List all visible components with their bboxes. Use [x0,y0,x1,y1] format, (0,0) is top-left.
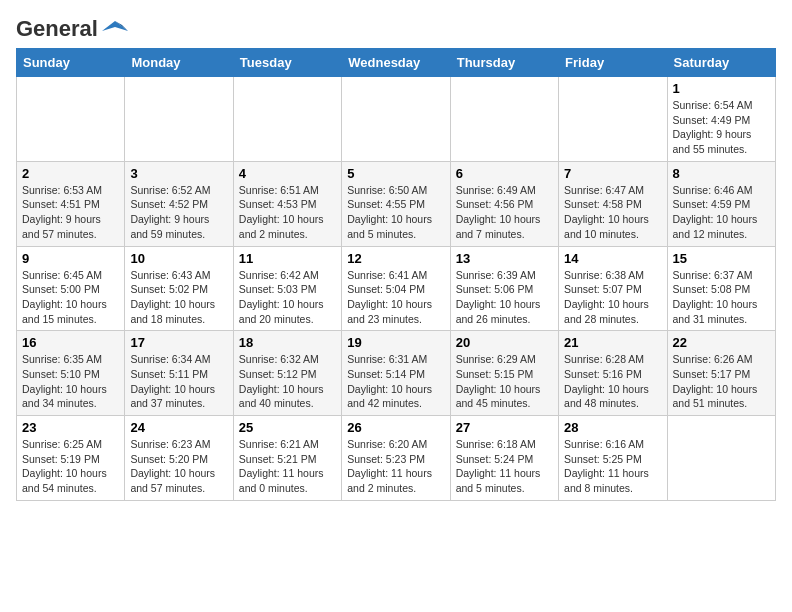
day-number: 7 [564,166,661,181]
day-number: 28 [564,420,661,435]
day-number: 2 [22,166,119,181]
page-header: General [16,16,776,38]
day-info: Sunrise: 6:20 AM Sunset: 5:23 PM Dayligh… [347,437,444,496]
day-number: 14 [564,251,661,266]
day-info: Sunrise: 6:49 AM Sunset: 4:56 PM Dayligh… [456,183,553,242]
day-number: 9 [22,251,119,266]
day-number: 19 [347,335,444,350]
calendar-cell: 27Sunrise: 6:18 AM Sunset: 5:24 PM Dayli… [450,416,558,501]
day-number: 27 [456,420,553,435]
day-info: Sunrise: 6:41 AM Sunset: 5:04 PM Dayligh… [347,268,444,327]
calendar-week-3: 9Sunrise: 6:45 AM Sunset: 5:00 PM Daylig… [17,246,776,331]
logo-bird-icon [100,17,130,37]
day-info: Sunrise: 6:42 AM Sunset: 5:03 PM Dayligh… [239,268,336,327]
calendar-cell: 8Sunrise: 6:46 AM Sunset: 4:59 PM Daylig… [667,161,775,246]
day-info: Sunrise: 6:52 AM Sunset: 4:52 PM Dayligh… [130,183,227,242]
calendar-header-row: SundayMondayTuesdayWednesdayThursdayFrid… [17,49,776,77]
day-info: Sunrise: 6:25 AM Sunset: 5:19 PM Dayligh… [22,437,119,496]
calendar-cell: 16Sunrise: 6:35 AM Sunset: 5:10 PM Dayli… [17,331,125,416]
calendar-header-wednesday: Wednesday [342,49,450,77]
calendar-cell: 5Sunrise: 6:50 AM Sunset: 4:55 PM Daylig… [342,161,450,246]
day-number: 26 [347,420,444,435]
day-info: Sunrise: 6:51 AM Sunset: 4:53 PM Dayligh… [239,183,336,242]
day-info: Sunrise: 6:34 AM Sunset: 5:11 PM Dayligh… [130,352,227,411]
day-info: Sunrise: 6:16 AM Sunset: 5:25 PM Dayligh… [564,437,661,496]
calendar-cell: 21Sunrise: 6:28 AM Sunset: 5:16 PM Dayli… [559,331,667,416]
calendar-cell [125,77,233,162]
day-number: 12 [347,251,444,266]
day-info: Sunrise: 6:37 AM Sunset: 5:08 PM Dayligh… [673,268,770,327]
day-info: Sunrise: 6:45 AM Sunset: 5:00 PM Dayligh… [22,268,119,327]
calendar-header-thursday: Thursday [450,49,558,77]
calendar-cell: 2Sunrise: 6:53 AM Sunset: 4:51 PM Daylig… [17,161,125,246]
day-number: 6 [456,166,553,181]
calendar-cell [667,416,775,501]
day-info: Sunrise: 6:32 AM Sunset: 5:12 PM Dayligh… [239,352,336,411]
calendar-cell: 28Sunrise: 6:16 AM Sunset: 5:25 PM Dayli… [559,416,667,501]
day-number: 24 [130,420,227,435]
calendar-cell: 7Sunrise: 6:47 AM Sunset: 4:58 PM Daylig… [559,161,667,246]
calendar-week-4: 16Sunrise: 6:35 AM Sunset: 5:10 PM Dayli… [17,331,776,416]
day-number: 16 [22,335,119,350]
day-number: 13 [456,251,553,266]
logo-general: General [16,16,98,42]
calendar-cell: 15Sunrise: 6:37 AM Sunset: 5:08 PM Dayli… [667,246,775,331]
day-info: Sunrise: 6:50 AM Sunset: 4:55 PM Dayligh… [347,183,444,242]
calendar-cell [559,77,667,162]
calendar-cell: 12Sunrise: 6:41 AM Sunset: 5:04 PM Dayli… [342,246,450,331]
day-number: 22 [673,335,770,350]
day-number: 3 [130,166,227,181]
day-info: Sunrise: 6:43 AM Sunset: 5:02 PM Dayligh… [130,268,227,327]
day-info: Sunrise: 6:26 AM Sunset: 5:17 PM Dayligh… [673,352,770,411]
calendar-cell: 25Sunrise: 6:21 AM Sunset: 5:21 PM Dayli… [233,416,341,501]
calendar-cell: 10Sunrise: 6:43 AM Sunset: 5:02 PM Dayli… [125,246,233,331]
day-number: 4 [239,166,336,181]
calendar-cell: 24Sunrise: 6:23 AM Sunset: 5:20 PM Dayli… [125,416,233,501]
calendar-cell: 6Sunrise: 6:49 AM Sunset: 4:56 PM Daylig… [450,161,558,246]
calendar-cell: 3Sunrise: 6:52 AM Sunset: 4:52 PM Daylig… [125,161,233,246]
day-info: Sunrise: 6:38 AM Sunset: 5:07 PM Dayligh… [564,268,661,327]
day-info: Sunrise: 6:47 AM Sunset: 4:58 PM Dayligh… [564,183,661,242]
day-info: Sunrise: 6:46 AM Sunset: 4:59 PM Dayligh… [673,183,770,242]
day-number: 8 [673,166,770,181]
day-number: 25 [239,420,336,435]
calendar-week-2: 2Sunrise: 6:53 AM Sunset: 4:51 PM Daylig… [17,161,776,246]
calendar-cell: 4Sunrise: 6:51 AM Sunset: 4:53 PM Daylig… [233,161,341,246]
logo: General [16,16,130,38]
day-number: 11 [239,251,336,266]
day-info: Sunrise: 6:31 AM Sunset: 5:14 PM Dayligh… [347,352,444,411]
day-number: 23 [22,420,119,435]
calendar-header-sunday: Sunday [17,49,125,77]
day-number: 15 [673,251,770,266]
day-number: 10 [130,251,227,266]
calendar-cell: 17Sunrise: 6:34 AM Sunset: 5:11 PM Dayli… [125,331,233,416]
calendar-week-1: 1Sunrise: 6:54 AM Sunset: 4:49 PM Daylig… [17,77,776,162]
day-info: Sunrise: 6:35 AM Sunset: 5:10 PM Dayligh… [22,352,119,411]
calendar-cell [233,77,341,162]
day-info: Sunrise: 6:28 AM Sunset: 5:16 PM Dayligh… [564,352,661,411]
calendar-header-saturday: Saturday [667,49,775,77]
day-number: 17 [130,335,227,350]
calendar-cell: 9Sunrise: 6:45 AM Sunset: 5:00 PM Daylig… [17,246,125,331]
calendar-cell: 20Sunrise: 6:29 AM Sunset: 5:15 PM Dayli… [450,331,558,416]
calendar-cell: 26Sunrise: 6:20 AM Sunset: 5:23 PM Dayli… [342,416,450,501]
calendar-cell: 19Sunrise: 6:31 AM Sunset: 5:14 PM Dayli… [342,331,450,416]
calendar-cell: 1Sunrise: 6:54 AM Sunset: 4:49 PM Daylig… [667,77,775,162]
day-info: Sunrise: 6:39 AM Sunset: 5:06 PM Dayligh… [456,268,553,327]
calendar-cell: 13Sunrise: 6:39 AM Sunset: 5:06 PM Dayli… [450,246,558,331]
calendar-cell: 14Sunrise: 6:38 AM Sunset: 5:07 PM Dayli… [559,246,667,331]
calendar-week-5: 23Sunrise: 6:25 AM Sunset: 5:19 PM Dayli… [17,416,776,501]
calendar-cell: 23Sunrise: 6:25 AM Sunset: 5:19 PM Dayli… [17,416,125,501]
calendar-cell [17,77,125,162]
calendar-cell: 22Sunrise: 6:26 AM Sunset: 5:17 PM Dayli… [667,331,775,416]
calendar-cell [450,77,558,162]
day-number: 18 [239,335,336,350]
day-info: Sunrise: 6:23 AM Sunset: 5:20 PM Dayligh… [130,437,227,496]
day-info: Sunrise: 6:54 AM Sunset: 4:49 PM Dayligh… [673,98,770,157]
calendar-cell: 11Sunrise: 6:42 AM Sunset: 5:03 PM Dayli… [233,246,341,331]
day-info: Sunrise: 6:21 AM Sunset: 5:21 PM Dayligh… [239,437,336,496]
day-info: Sunrise: 6:29 AM Sunset: 5:15 PM Dayligh… [456,352,553,411]
day-info: Sunrise: 6:18 AM Sunset: 5:24 PM Dayligh… [456,437,553,496]
calendar-header-friday: Friday [559,49,667,77]
day-info: Sunrise: 6:53 AM Sunset: 4:51 PM Dayligh… [22,183,119,242]
